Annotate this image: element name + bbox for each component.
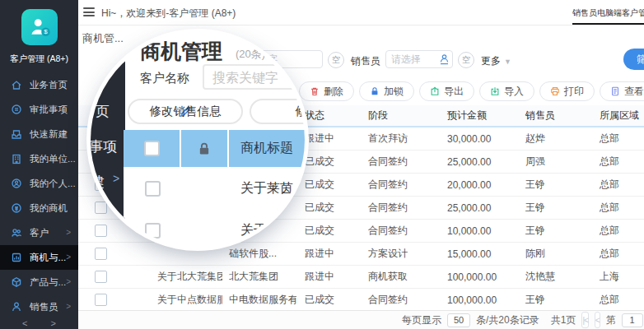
row-checkbox-cell: [78, 225, 124, 237]
magnifier-loupe: 页 事项 建 > 商机管理 (20条) 客户名称 搜索关键字 修改销售信息 修改: [91, 33, 305, 247]
sidebar-item-label: 审批事项: [30, 104, 68, 116]
log-button[interactable]: 查看日志▼: [600, 81, 644, 101]
cell-stage: 合同签约: [360, 155, 439, 169]
export-button[interactable]: 导出: [419, 81, 474, 101]
per-page-input[interactable]: 50: [447, 313, 470, 327]
sidebar-item-home[interactable]: 业务首页: [0, 72, 78, 97]
cell-sales: 沈艳慧: [517, 270, 591, 284]
lock-icon: [370, 86, 380, 96]
col-status-header: 状态: [296, 109, 360, 123]
loupe-row-checkbox[interactable]: [145, 181, 161, 197]
row-checkbox[interactable]: [95, 202, 107, 214]
sidebar-item-label: 销售员: [30, 301, 58, 313]
cell-stage: 首次拜访: [360, 132, 439, 146]
loupe-row-lock-cell: [181, 210, 229, 247]
table-row[interactable]: 础软件股...跟进中方案设计15,000.00陈刚总部: [78, 243, 644, 266]
print-icon: [550, 86, 560, 96]
trash-icon: [310, 86, 320, 96]
page-tab-opportunity[interactable]: 商机管...: [82, 31, 124, 46]
cell-stage: 合同签约: [360, 224, 439, 238]
sidebar-pager-prev[interactable]: <: [22, 318, 27, 328]
welcome-greeting: Hi~，欢迎来到-客户管理 (A8+): [101, 7, 236, 21]
cell-sales: 陈刚: [517, 247, 591, 261]
sidebar-item-salesman[interactable]: 销售员>: [0, 294, 78, 319]
cell-customer: 北大荒集团: [222, 270, 296, 284]
prev-page-button[interactable]: <: [595, 312, 600, 328]
app-logo-icon[interactable]: $: [21, 9, 58, 45]
cell-stage: 合同签约: [360, 178, 439, 192]
row-checkbox-cell: [78, 248, 124, 260]
loupe-table-header: 商机标题: [124, 130, 305, 167]
toolbar-button-label: 导出: [444, 85, 464, 99]
cell-region: 上海: [591, 270, 644, 284]
cell-stage: 合同签约: [360, 201, 439, 215]
empty-filter-badge-2[interactable]: 空: [458, 52, 474, 68]
sidebar-item-approval[interactable]: 审批事项: [0, 97, 78, 122]
loupe-table-row[interactable]: 关于莱茵: [124, 167, 305, 211]
cell-sales: 周强: [517, 155, 591, 169]
cell-amount: 25,000.00: [439, 202, 517, 214]
cell-amount: 20,000.00: [439, 179, 517, 191]
cell-region: 总部: [591, 201, 644, 215]
loupe-row-lock-cell: [181, 167, 229, 210]
lock-button[interactable]: 加锁: [359, 81, 414, 101]
salesperson-select[interactable]: [385, 50, 453, 68]
cell-sales: 王铮: [517, 178, 591, 192]
customers-icon: [11, 227, 23, 239]
filter-search-button[interactable]: 筛选: [623, 49, 644, 70]
sidebar-nav: 业务首页审批事项快速新建我的单位...我的个人...我的商机客户>商机与...>…: [0, 72, 78, 319]
loupe-edit-other-button[interactable]: 修改: [250, 99, 305, 124]
sidebar-item-personal[interactable]: 我的个人...: [0, 171, 78, 196]
sidebar-item-customers[interactable]: 客户>: [0, 220, 78, 245]
approval-icon: [11, 104, 23, 116]
sidebar-item-label: 我的商机: [30, 202, 68, 215]
hamburger-menu-icon[interactable]: [83, 7, 95, 16]
row-checkbox[interactable]: [95, 271, 107, 283]
empty-filter-badge[interactable]: 空: [328, 52, 344, 68]
loupe-edit-sales-button[interactable]: 修改销售信息: [128, 99, 243, 124]
loupe-search-placeholder: 搜索关键字: [212, 70, 278, 87]
cell-sales: 王铮: [517, 224, 591, 238]
svg-text:$: $: [44, 28, 48, 35]
sidebar-item-opportunity[interactable]: 我的商机: [0, 196, 78, 220]
sidebar-pager-next[interactable]: >: [51, 318, 56, 328]
row-checkbox[interactable]: [95, 248, 107, 260]
sidebar-item-chart[interactable]: 商机与...>: [0, 245, 78, 270]
lock-icon: [197, 141, 212, 156]
print-button[interactable]: 打印: [539, 81, 595, 101]
loupe-select-all-checkbox[interactable]: [144, 141, 160, 156]
cell-amount: 30,000.00: [439, 133, 517, 145]
table-row[interactable]: 关于北大荒集团...北大荒集团跟进中商机获取100,000.00沈艳慧上海: [78, 266, 644, 289]
sidebar-item-label: 快速新建: [30, 128, 68, 141]
import-button[interactable]: 导入: [479, 81, 534, 101]
col-amount-header: 预计金额: [439, 109, 517, 123]
cell-amount: 100,000.00: [439, 294, 517, 306]
toolbar-button-label: 打印: [564, 85, 584, 99]
sidebar-item-org[interactable]: 我的单位...: [0, 146, 78, 171]
top-tab-sales-client[interactable]: 销售员电脑端客户管理: [572, 7, 644, 19]
toolbar-button-label: 导入: [504, 85, 524, 99]
top-tab-underline: [572, 23, 644, 25]
cell-region: 总部: [591, 155, 644, 169]
chart-icon: [11, 252, 23, 264]
table-row[interactable]: 关于中点数据服...中电数据服务有...已成交合同签约100,000.00王铮总…: [78, 289, 644, 312]
loupe-select-all-cell: [124, 130, 181, 167]
row-checkbox[interactable]: [95, 294, 107, 306]
page-number-input[interactable]: 1: [622, 313, 643, 327]
sidebar-item-quick-new[interactable]: 快速新建: [0, 122, 78, 146]
trash-button[interactable]: 删除: [299, 81, 354, 101]
row-checkbox[interactable]: [95, 225, 107, 237]
cell-amount: 25,000.00: [439, 156, 517, 168]
col-sales-header: 销售员: [517, 109, 591, 123]
first-page-button[interactable]: |<: [581, 312, 588, 328]
toolbar-button-label: 删除: [324, 85, 343, 99]
cell-status: 已成交: [296, 178, 360, 192]
cell-status: 已成交: [296, 224, 360, 238]
sidebar-item-product[interactable]: 产品与...>: [0, 270, 78, 294]
more-filters-button[interactable]: 更多 ▼: [481, 54, 511, 68]
log-icon: [610, 86, 620, 96]
salesperson-label: 销售员: [351, 54, 380, 68]
cell-customer: 础软件股...: [222, 247, 296, 261]
app-name: 客户管理 (A8+): [0, 53, 78, 65]
cell-status: 跟进中: [296, 132, 360, 146]
